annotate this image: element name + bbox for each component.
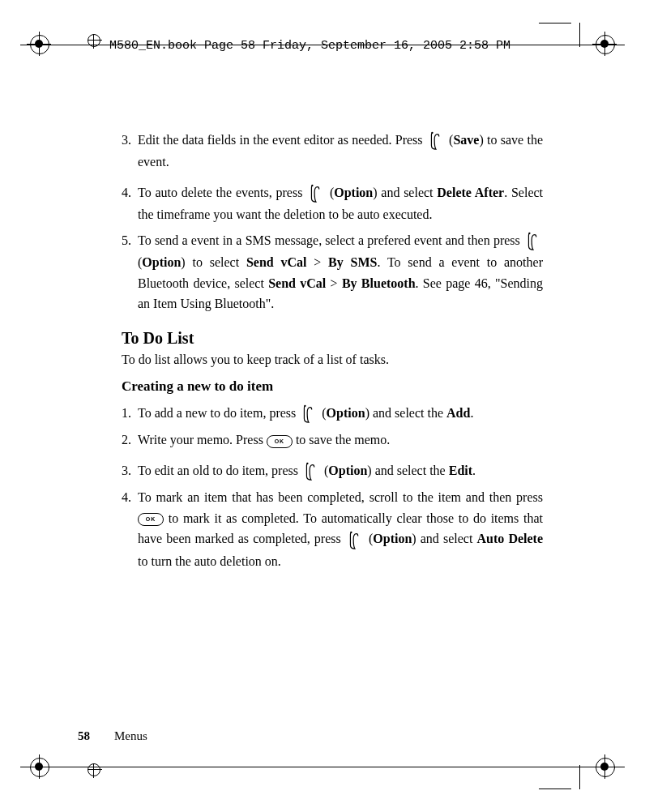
left-softkey-icon xyxy=(428,130,444,152)
step-text: To add a new to do item, press xyxy=(138,406,296,420)
step-4: 4. To auto delete the events, press (Opt… xyxy=(122,182,543,225)
option-label: Option xyxy=(334,186,373,199)
list-number: 3. xyxy=(122,130,138,173)
ok-key-icon: OK xyxy=(138,513,164,526)
step-text: ) to select xyxy=(181,255,246,269)
to-do-list-heading: To Do List xyxy=(122,329,543,348)
footer-section: Menus xyxy=(114,729,147,742)
step-text: To auto delete the events, press xyxy=(138,186,302,199)
option-label: Option xyxy=(142,255,181,269)
svg-point-4 xyxy=(306,463,308,464)
registration-mark-icon xyxy=(29,34,50,55)
registration-mark-icon xyxy=(595,34,616,55)
send-vcal-label: Send vCal xyxy=(246,255,307,269)
registration-mark-icon xyxy=(595,757,616,778)
list-number: 4. xyxy=(122,487,138,571)
auto-delete-label: Auto Delete xyxy=(477,532,544,545)
ok-key-icon: OK xyxy=(267,435,293,448)
option-label: Option xyxy=(373,532,412,545)
svg-point-0 xyxy=(431,132,433,134)
option-label: Option xyxy=(327,406,365,420)
save-label: Save xyxy=(453,133,479,147)
document-header: M580_EN.book Page 58 Friday, September 1… xyxy=(109,39,510,53)
svg-point-5 xyxy=(350,531,352,532)
step-text: ) and select the xyxy=(365,406,446,420)
step-3: 3. Edit the data fields in the event edi… xyxy=(122,130,543,173)
step-text: ) and select xyxy=(373,186,437,199)
step-text: Write your memo. Press xyxy=(138,433,263,447)
left-softkey-icon xyxy=(308,183,324,204)
delete-after-label: Delete After xyxy=(437,186,504,199)
left-softkey-icon xyxy=(301,404,317,425)
list-number: 4. xyxy=(122,182,138,225)
edit-label: Edit xyxy=(449,464,472,477)
list-number: 2. xyxy=(122,430,138,451)
svg-point-2 xyxy=(528,233,530,234)
step-text: To mark an item that has been completed,… xyxy=(138,490,543,504)
send-vcal-label: Send vCal xyxy=(268,276,326,290)
page-footer: 58Menus xyxy=(78,729,147,743)
left-softkey-icon xyxy=(525,231,541,252)
svg-point-1 xyxy=(311,185,313,186)
page-body: 3. Edit the data fields in the event edi… xyxy=(122,130,543,576)
step-5: 5. To send a event in a SMS message, sel… xyxy=(122,230,543,314)
step-text: to save the memo. xyxy=(296,433,390,447)
registration-mark-icon xyxy=(29,757,50,778)
svg-point-3 xyxy=(305,405,306,407)
fold-mark-icon xyxy=(88,763,102,778)
todo-step-4: 4. To mark an item that has been complet… xyxy=(122,487,543,571)
step-text: Edit the data fields in the event editor… xyxy=(138,133,423,147)
todo-step-3: 3. To edit an old to do item, press (Opt… xyxy=(122,460,543,482)
by-bluetooth-label: By Bluetooth xyxy=(342,276,416,290)
list-number: 3. xyxy=(122,460,138,482)
list-number: 5. xyxy=(122,230,138,314)
left-softkey-icon xyxy=(303,461,319,482)
by-sms-label: By SMS xyxy=(328,255,377,269)
step-text: To send a event in a SMS message, select… xyxy=(138,233,520,247)
left-softkey-icon xyxy=(347,530,363,551)
to-do-list-description: To do list allows you to keep track of a… xyxy=(122,353,543,367)
fold-mark-icon xyxy=(88,34,102,49)
add-label: Add xyxy=(446,406,470,420)
step-text: ) and select xyxy=(412,532,476,545)
list-number: 1. xyxy=(122,403,138,425)
step-text: ) and select the xyxy=(367,464,448,477)
creating-to-do-heading: Creating a new to do item xyxy=(122,378,543,395)
todo-step-1: 1. To add a new to do item, press (Optio… xyxy=(122,403,543,425)
step-text: to turn the auto deletion on. xyxy=(138,554,281,568)
page-number: 58 xyxy=(78,729,90,742)
todo-step-2: 2. Write your memo. Press OK to save the… xyxy=(122,430,543,451)
step-text: To edit an old to do item, press xyxy=(138,464,298,477)
option-label: Option xyxy=(328,464,367,477)
